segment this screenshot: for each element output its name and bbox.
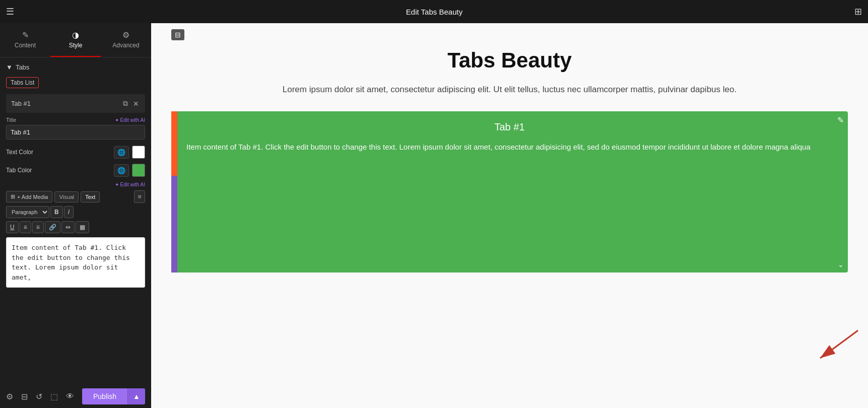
editor-format-row2: U ≡ ≡ 🔗 ⇔ ▦ bbox=[6, 221, 145, 233]
editor-format-row: Paragraph B I bbox=[6, 206, 145, 218]
side-bar-purple bbox=[171, 176, 177, 273]
section-title: Tabs bbox=[16, 63, 29, 71]
advanced-tab-label: Advanced bbox=[112, 42, 139, 49]
responsive-icon[interactable]: ⬚ bbox=[50, 392, 58, 401]
advanced-tab-icon: ⚙ bbox=[122, 30, 129, 40]
widget-handle[interactable]: ⊟ bbox=[171, 29, 184, 40]
page-subtitle: Lorem ipsum dolor sit amet, consectetur … bbox=[171, 83, 848, 96]
text-tab-button[interactable]: Text bbox=[81, 191, 100, 202]
red-arrow-annotation bbox=[813, 325, 863, 368]
tab-header: Tab #1 bbox=[186, 121, 833, 133]
add-media-button[interactable]: ⊞ + Add Media bbox=[6, 191, 52, 202]
left-panel: ✎ Content ◑ Style ⚙ Advanced ▼ Tabs Tabs… bbox=[0, 23, 151, 408]
edit-with-ai-title[interactable]: ✦ Edit with AI bbox=[115, 117, 145, 123]
close-tab-button[interactable]: ✕ bbox=[132, 98, 140, 109]
tab-content-text: Item content of Tab #1. Click the edit b… bbox=[186, 141, 833, 153]
publish-btn-group: Publish ▲ bbox=[82, 388, 145, 404]
copy-tab-button[interactable]: ⧉ bbox=[122, 98, 129, 109]
text-color-row: Text Color 🌐 bbox=[6, 146, 145, 159]
scroll-indicator[interactable]: ⌄ bbox=[838, 260, 844, 268]
table-button[interactable]: ▦ bbox=[76, 221, 89, 233]
editor-media-row: ⊞ + Add Media Visual Text ≡ bbox=[6, 190, 145, 203]
layers-icon[interactable]: ⊟ bbox=[21, 392, 28, 401]
tab-item-label: Tab #1 bbox=[11, 100, 31, 107]
add-media-icon: ⊞ bbox=[11, 193, 15, 200]
canvas-area: ⊟ Tabs Beauty Lorem ipsum dolor sit amet… bbox=[151, 23, 868, 408]
unordered-list-button[interactable]: ≡ bbox=[20, 221, 31, 233]
title-field: Title ✦ Edit with AI bbox=[6, 117, 145, 140]
underline-button[interactable]: U bbox=[6, 221, 19, 233]
text-color-label: Text Color bbox=[6, 149, 33, 156]
ordered-list-button[interactable]: ≡ bbox=[32, 221, 44, 233]
edit-with-ai-content[interactable]: ✦ Edit with AI bbox=[115, 182, 145, 187]
main-layout: ✎ Content ◑ Style ⚙ Advanced ▼ Tabs Tabs… bbox=[0, 23, 868, 408]
editor-section: ✦ Edit with AI ⊞ + Add Media Visual Text… bbox=[6, 182, 145, 290]
italic-button[interactable]: I bbox=[64, 206, 74, 218]
history-icon[interactable]: ↺ bbox=[36, 392, 42, 401]
list-icon-button[interactable]: ≡ bbox=[134, 190, 145, 203]
bottom-bar: ⚙ ⊟ ↺ ⬚ 👁 Publish ▲ ❮ bbox=[0, 385, 151, 408]
panel-content: ▼ Tabs Tabs List Tab #1 ⧉ ✕ Title ✦ Edit… bbox=[0, 57, 151, 385]
text-color-controls: 🌐 bbox=[114, 146, 145, 159]
eye-icon[interactable]: 👁 bbox=[66, 392, 74, 401]
top-bar: ☰ Edit Tabs Beauty ⊞ bbox=[0, 0, 868, 23]
tab-color-swatch[interactable] bbox=[132, 164, 145, 177]
tab-color-controls: 🌐 bbox=[114, 164, 145, 177]
title-field-label: Title ✦ Edit with AI bbox=[6, 117, 145, 123]
editor-textarea[interactable]: Item content of Tab #1. Click the edit b… bbox=[6, 237, 145, 288]
tab-color-globe-button[interactable]: 🌐 bbox=[114, 164, 129, 177]
text-color-swatch[interactable] bbox=[132, 146, 145, 159]
publish-arrow-button[interactable]: ▲ bbox=[127, 388, 145, 404]
add-media-label: + Add Media bbox=[17, 194, 48, 200]
tab-style[interactable]: ◑ Style bbox=[50, 23, 101, 57]
tab-advanced[interactable]: ⚙ Advanced bbox=[101, 23, 151, 57]
align-button[interactable]: ⇔ bbox=[61, 221, 75, 233]
section-heading[interactable]: ▼ Tabs bbox=[6, 63, 145, 71]
visual-tab-button[interactable]: Visual bbox=[54, 191, 79, 202]
tabs-widget: ✎ Tab #1 Item content of Tab #1. Click t… bbox=[171, 111, 848, 273]
style-tab-label: Style bbox=[69, 42, 83, 49]
page-title-topbar: Edit Tabs Beauty bbox=[19, 8, 849, 16]
tab-content[interactable]: ✎ Content bbox=[0, 23, 50, 57]
page-heading: Tabs Beauty bbox=[171, 48, 848, 73]
paragraph-select[interactable]: Paragraph bbox=[6, 206, 49, 218]
editor-top-row: ✦ Edit with AI bbox=[6, 182, 145, 187]
link-button[interactable]: 🔗 bbox=[45, 221, 60, 233]
content-tab-icon: ✎ bbox=[22, 30, 29, 40]
bold-button[interactable]: B bbox=[50, 206, 63, 218]
style-tab-icon: ◑ bbox=[72, 30, 79, 40]
tab-item-actions: ⧉ ✕ bbox=[122, 98, 140, 109]
text-color-globe-button[interactable]: 🌐 bbox=[114, 146, 129, 159]
side-bar-orange bbox=[171, 111, 177, 176]
title-input[interactable] bbox=[6, 125, 145, 140]
tab-item-row: Tab #1 ⧉ ✕ bbox=[6, 94, 145, 113]
panel-tabs: ✎ Content ◑ Style ⚙ Advanced bbox=[0, 23, 151, 57]
tab-color-row: Tab Color 🌐 bbox=[6, 164, 145, 177]
settings-icon[interactable]: ⚙ bbox=[6, 392, 13, 401]
grid-icon[interactable]: ⊞ bbox=[854, 6, 862, 17]
tab-color-label: Tab Color bbox=[6, 167, 32, 174]
tabs-list-label: Tabs List bbox=[6, 77, 39, 88]
publish-button[interactable]: Publish bbox=[82, 388, 127, 404]
content-tab-label: Content bbox=[15, 42, 36, 49]
section-arrow-icon: ▼ bbox=[6, 63, 13, 71]
tab-side-bar bbox=[171, 111, 177, 273]
tabs-widget-edit-button[interactable]: ✎ bbox=[837, 115, 844, 125]
menu-icon[interactable]: ☰ bbox=[6, 6, 14, 17]
